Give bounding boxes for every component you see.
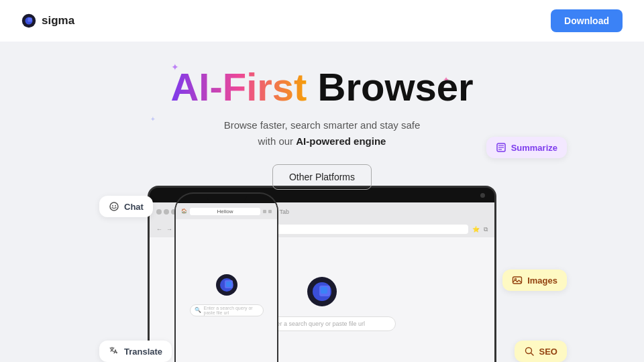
translate-badge: Translate xyxy=(99,341,172,362)
phone-search-icon: 🔍 xyxy=(195,307,201,313)
svg-rect-21 xyxy=(226,282,231,287)
svg-rect-17 xyxy=(321,287,327,294)
phone-mockup: 🏠 Hellow 🔍 En xyxy=(174,192,278,362)
chat-label: Chat xyxy=(124,202,144,212)
summarize-label: Summarize xyxy=(511,143,557,153)
chat-badge: Chat xyxy=(99,196,153,217)
tablet-search-placeholder: Enter a search query or paste file url xyxy=(268,320,365,327)
logo: sigma xyxy=(21,13,74,28)
phone-address: Hellow xyxy=(190,208,260,215)
tablet-sigma-logo xyxy=(302,276,342,307)
star-decoration-3: + xyxy=(151,115,155,123)
svg-point-7 xyxy=(110,202,118,210)
seo-label: SEO xyxy=(539,347,557,357)
phone-notch xyxy=(207,194,247,203)
other-platforms-button[interactable]: Other Platforms xyxy=(272,164,372,190)
svg-rect-2 xyxy=(28,17,32,21)
svg-point-8 xyxy=(112,205,113,206)
svg-rect-10 xyxy=(513,277,522,284)
hero-title-gradient: AI-First xyxy=(170,65,307,109)
translate-label: Translate xyxy=(124,347,162,357)
hero-subtitle: Browse faster, search smarter and stay s… xyxy=(224,117,421,149)
phone-search-placeholder: Enter a search query or paste file url xyxy=(204,306,259,315)
phone-search-bar: 🔍 Enter a search query or paste file url xyxy=(190,304,264,316)
navbar: sigma Download xyxy=(0,0,644,42)
seo-icon xyxy=(524,346,535,357)
sigma-logo-icon xyxy=(21,13,36,28)
hero-section: ✦ ✦ + AI-First Browser Browse faster, se… xyxy=(0,42,644,362)
summarize-badge: Summarize xyxy=(486,137,567,158)
svg-line-13 xyxy=(531,353,533,356)
seo-badge: SEO xyxy=(515,341,567,362)
hero-title: AI-First Browser xyxy=(170,67,473,108)
devices-container: google - Google Search New Tab ← → googl… xyxy=(114,176,530,362)
phone-sigma-logo xyxy=(212,274,241,296)
images-label: Images xyxy=(527,276,557,286)
download-button[interactable]: Download xyxy=(551,9,623,32)
svg-point-9 xyxy=(115,205,116,206)
images-badge: Images xyxy=(502,269,567,291)
images-icon xyxy=(512,275,523,286)
logo-text: sigma xyxy=(42,14,74,27)
translate-icon xyxy=(109,346,119,357)
chat-icon xyxy=(109,201,119,212)
summarize-icon xyxy=(496,142,506,153)
